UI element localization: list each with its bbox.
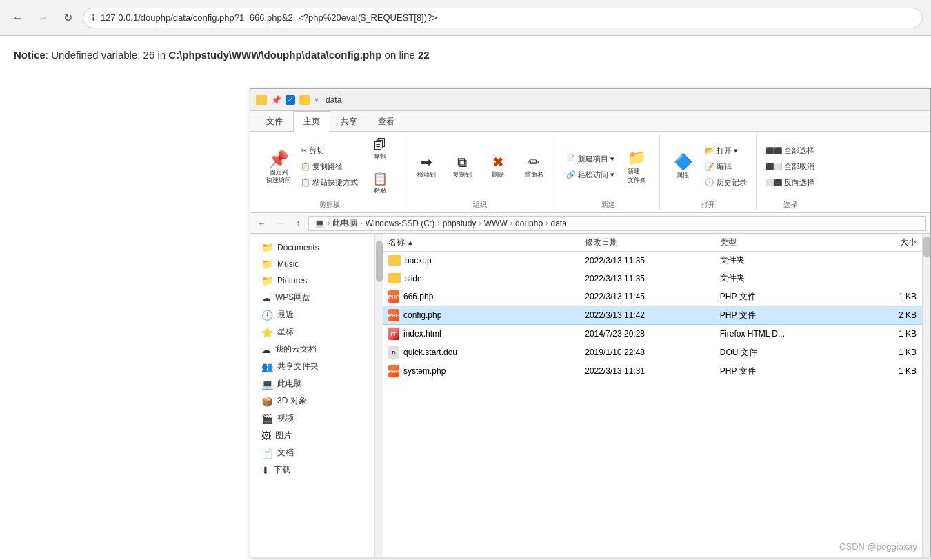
paste-shortcut-icon: 📋 <box>301 178 310 187</box>
copy-to-icon: ⧉ <box>457 154 467 170</box>
this-pc-icon: 💻 <box>261 379 273 390</box>
file-name-configphp: config.php <box>403 310 441 320</box>
title-folder-icon <box>256 95 267 105</box>
sidebar-item-music[interactable]: 📁 Music <box>250 256 374 272</box>
sidebar-item-this-pc[interactable]: 💻 此电脑 <box>250 375 374 392</box>
col-header-date[interactable]: 修改日期 <box>579 237 714 248</box>
col-header-size[interactable]: 大小 <box>849 237 922 248</box>
new-item-button[interactable]: 📄新建项目 ▾ <box>563 152 618 166</box>
file-date-quickstart: 2019/1/10 22:48 <box>585 348 645 357</box>
shared-icon: 👥 <box>261 361 273 372</box>
open-button[interactable]: 📂打开 ▾ <box>701 143 750 158</box>
forward-button[interactable]: → <box>33 8 52 28</box>
easy-access-button[interactable]: 🔗轻松访问 ▾ <box>563 168 618 182</box>
select-all-button[interactable]: ⬛⬛全部选择 <box>762 143 818 158</box>
title-bar: 📌 ✓ ▾ data <box>250 89 930 111</box>
tab-home[interactable]: 主页 <box>293 111 330 132</box>
new-folder-button[interactable]: 📁 新建文件夹 <box>619 149 654 185</box>
sidebar-item-video[interactable]: 🎬 视频 <box>250 410 374 427</box>
breadcrumb-drive[interactable]: Windows-SSD (C:) <box>366 219 435 228</box>
breadcrumb-phpstudy[interactable]: phpstudy <box>443 219 477 228</box>
copy-to-button[interactable]: ⧉ 复制到 <box>445 149 479 185</box>
select-none-button[interactable]: ⬛⬜全部取消 <box>762 159 818 174</box>
check-icon: ✓ <box>286 95 295 105</box>
file-row-indexhtml[interactable]: FF index.html 2014/7/23 20:28 Firefox HT… <box>383 325 922 343</box>
sidebar: 📁 Documents 📁 Music 📁 Pictures ☁ WPS网盘 🕐 <box>250 234 374 557</box>
file-rows: backup 2022/3/13 11:35 文件夹 slide <box>383 252 922 557</box>
ribbon-tabs: 文件 主页 共享 查看 <box>250 111 930 131</box>
invert-icon: ⬜⬛ <box>765 179 782 186</box>
title-folder-icon2 <box>299 95 310 105</box>
php-icon: PHP <box>388 309 399 321</box>
delete-button[interactable]: ✖ 删除 <box>481 149 515 185</box>
file-row-slide[interactable]: slide 2022/3/13 11:35 文件夹 <box>383 270 922 288</box>
tab-share[interactable]: 共享 <box>330 111 368 132</box>
sidebar-label-pictures: Pictures <box>277 276 307 286</box>
copy-icon: 🗐 <box>374 138 386 152</box>
paste-button[interactable]: 📋 粘贴 <box>363 168 397 199</box>
breadcrumb-douphp[interactable]: douphp <box>515 219 543 228</box>
info-icon: ℹ <box>92 12 95 23</box>
properties-button[interactable]: 🔷 属性 <box>665 149 700 185</box>
sidebar-item-documents[interactable]: 📁 Documents <box>250 239 374 256</box>
notice-message: Notice: Undefined variable: 26 in C:\php… <box>14 47 917 63</box>
explorer-title: data <box>326 95 341 105</box>
copy-path-icon: 📋 <box>301 162 310 171</box>
breadcrumb-www[interactable]: WWW <box>484 219 508 228</box>
file-row-configphp[interactable]: PHP config.php 2022/3/13 11:42 PHP 文件 2 … <box>383 306 922 325</box>
explorer-up-button[interactable]: ↑ <box>290 216 306 231</box>
starred-icon: ⭐ <box>261 327 273 338</box>
back-button[interactable]: ← <box>8 8 28 28</box>
sidebar-item-images[interactable]: 🖼 图片 <box>250 427 374 444</box>
cut-button[interactable]: ✂剪切 <box>297 143 361 158</box>
explorer-forward-button[interactable]: → <box>272 216 288 231</box>
file-row-backup[interactable]: backup 2022/3/13 11:35 文件夹 <box>383 252 922 270</box>
sidebar-item-cloud-docs[interactable]: ☁ 我的云文档 <box>250 341 374 358</box>
sidebar-item-downloads[interactable]: ⬇ 下载 <box>250 461 374 479</box>
sidebar-scrollbar-thumb[interactable] <box>376 241 383 282</box>
file-row-systemphp[interactable]: PHP system.php 2022/3/13 11:31 PHP 文件 1 … <box>383 362 922 381</box>
tab-view[interactable]: 查看 <box>368 111 405 132</box>
tab-file[interactable]: 文件 <box>256 111 293 132</box>
properties-icon: 🔷 <box>674 153 692 171</box>
url-text: 127.0.0.1/douphp/data/config.php?1=666.p… <box>101 12 437 23</box>
file-row-quickstart[interactable]: D quick.start.dou 2019/1/10 22:48 DOU 文件… <box>383 343 922 362</box>
file-list-scrollbar-thumb[interactable] <box>923 237 930 257</box>
copy-button[interactable]: 🗐 复制 <box>363 134 397 165</box>
breadcrumb-data[interactable]: data <box>550 219 566 228</box>
file-date-666php: 2022/3/13 11:45 <box>585 292 645 301</box>
file-list-scrollbar[interactable] <box>922 234 930 557</box>
invert-select-button[interactable]: ⬜⬛反向选择 <box>762 175 818 190</box>
pin-to-quick-access-button[interactable]: 📌 固定到快速访问 <box>261 149 296 185</box>
move-to-button[interactable]: ➡ 移动到 <box>409 149 443 185</box>
sidebar-item-wps[interactable]: ☁ WPS网盘 <box>250 289 374 306</box>
breadcrumb-pc[interactable]: 此电脑 <box>332 217 357 229</box>
sidebar-scrollbar[interactable] <box>374 234 383 557</box>
sidebar-item-recent[interactable]: 🕐 最近 <box>250 306 374 323</box>
sidebar-item-3d[interactable]: 📦 3D 对象 <box>250 392 374 410</box>
sidebar-label-3d: 3D 对象 <box>277 395 307 407</box>
paste-shortcut-button[interactable]: 📋粘贴快捷方式 <box>297 175 361 190</box>
folder-icon <box>388 255 401 266</box>
ribbon-group-organize: ➡ 移动到 ⧉ 复制到 ✖ 删除 ✏ 重命名 <box>403 134 557 210</box>
refresh-button[interactable]: ↻ <box>58 8 77 28</box>
col-header-type[interactable]: 类型 <box>714 237 850 248</box>
file-row-666php[interactable]: PHP 666.php 2022/3/13 11:45 PHP 文件 1 KB <box>383 288 922 306</box>
history-button[interactable]: 🕐历史记录 <box>701 175 750 190</box>
sidebar-item-docs[interactable]: 📄 文档 <box>250 444 374 461</box>
edit-button[interactable]: 📝编辑 <box>701 159 750 174</box>
explorer-back-button[interactable]: ← <box>254 216 270 231</box>
col-header-name[interactable]: 名称 ▲ <box>383 237 579 248</box>
sidebar-label-video: 视频 <box>277 412 294 424</box>
file-date-slide: 2022/3/13 11:35 <box>585 274 645 283</box>
ribbon: 文件 主页 共享 查看 📌 固定到快速访问 ✂剪切 <box>250 111 930 213</box>
file-name-666php: 666.php <box>403 292 433 301</box>
sidebar-item-starred[interactable]: ⭐ 星标 <box>250 323 374 341</box>
3d-icon: 📦 <box>261 396 273 407</box>
sidebar-item-pictures[interactable]: 📁 Pictures <box>250 272 374 289</box>
rename-button[interactable]: ✏ 重命名 <box>517 149 551 185</box>
notice-path: C:\phpstudy\WWW\douphp\data\config.php <box>168 49 381 61</box>
php-icon: PHP <box>388 290 399 303</box>
sidebar-item-shared[interactable]: 👥 共享文件夹 <box>250 358 374 375</box>
copy-path-button[interactable]: 📋复制路径 <box>297 159 361 174</box>
